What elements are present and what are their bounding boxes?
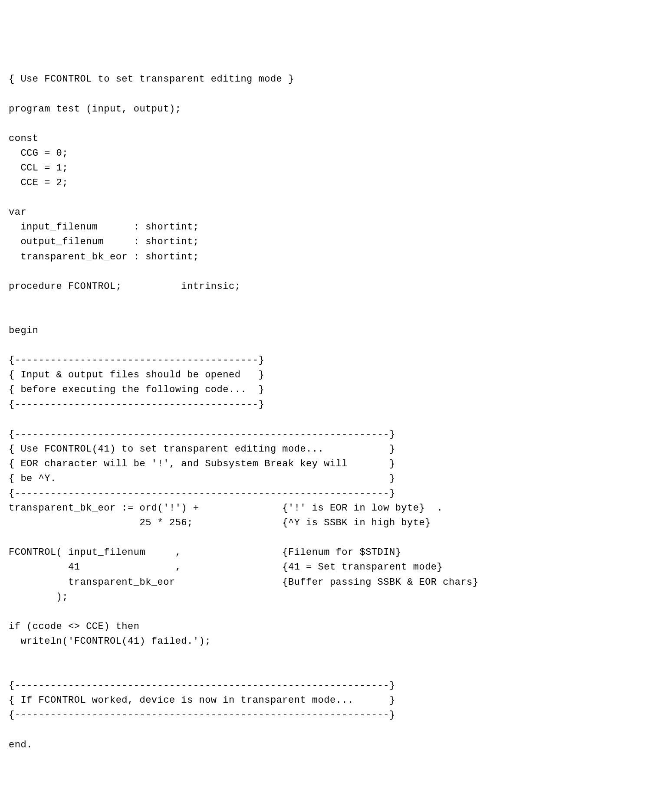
code-line: end.	[9, 740, 33, 750]
code-line: CCE = 2;	[9, 177, 68, 188]
code-line: { Use FCONTROL to set transparent editin…	[9, 74, 294, 85]
code-line: CCG = 0;	[9, 148, 68, 159]
code-line: transparent_bk_eor : shortint;	[9, 252, 199, 262]
code-line: {---------------------------------------…	[9, 710, 395, 720]
code-line: output_filenum : shortint;	[9, 236, 199, 247]
code-line: var	[9, 207, 26, 218]
code-listing: { Use FCONTROL to set transparent editin…	[9, 72, 642, 752]
code-line: writeln('FCONTROL(41) failed.');	[9, 636, 211, 647]
code-line: {---------------------------------------…	[9, 680, 395, 691]
code-line: );	[9, 592, 68, 602]
code-line: FCONTROL( input_filenum , {Filenum for $…	[9, 547, 401, 558]
code-line: transparent_bk_eor := ord('!') + {'!' is…	[9, 503, 443, 514]
code-line: {---------------------------------------…	[9, 399, 264, 410]
code-line: CCL = 1;	[9, 163, 68, 174]
code-line: {---------------------------------------…	[9, 488, 395, 499]
code-line: { before executing the following code...…	[9, 384, 264, 395]
code-line: {---------------------------------------…	[9, 429, 395, 440]
code-line: 41 , {41 = Set transparent mode}	[9, 562, 443, 573]
code-line: 25 * 256; {^Y is SSBK in high byte}	[9, 517, 431, 528]
code-line: { Input & output files should be opened …	[9, 370, 264, 380]
code-line: if (ccode <> CCE) then	[9, 621, 139, 632]
code-line: begin	[9, 325, 39, 336]
code-line: { be ^Y. }	[9, 473, 395, 484]
code-line: const	[9, 133, 39, 144]
code-line: { EOR character will be '!', and Subsyst…	[9, 458, 395, 469]
code-line: { Use FCONTROL(41) to set transparent ed…	[9, 444, 395, 455]
code-line: input_filenum : shortint;	[9, 222, 199, 232]
code-line: transparent_bk_eor {Buffer passing SSBK …	[9, 577, 478, 588]
code-line: procedure FCONTROL; intrinsic;	[9, 281, 240, 292]
code-line: { If FCONTROL worked, device is now in t…	[9, 695, 395, 706]
code-line: program test (input, output);	[9, 104, 181, 115]
code-line: {---------------------------------------…	[9, 355, 264, 366]
